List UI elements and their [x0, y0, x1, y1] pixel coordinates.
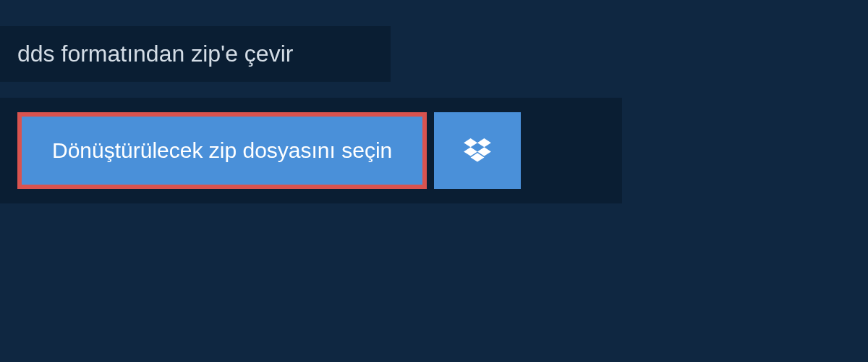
page-title: dds formatından zip'e çevir — [0, 26, 391, 82]
upload-panel: Dönüştürülecek zip dosyasını seçin — [0, 98, 622, 203]
select-file-label: Dönüştürülecek zip dosyasını seçin — [52, 138, 392, 163]
dropbox-icon — [464, 138, 491, 163]
select-file-button[interactable]: Dönüştürülecek zip dosyasını seçin — [17, 112, 427, 189]
page-title-text: dds formatından zip'e çevir — [17, 41, 293, 67]
dropbox-button[interactable] — [434, 112, 521, 189]
